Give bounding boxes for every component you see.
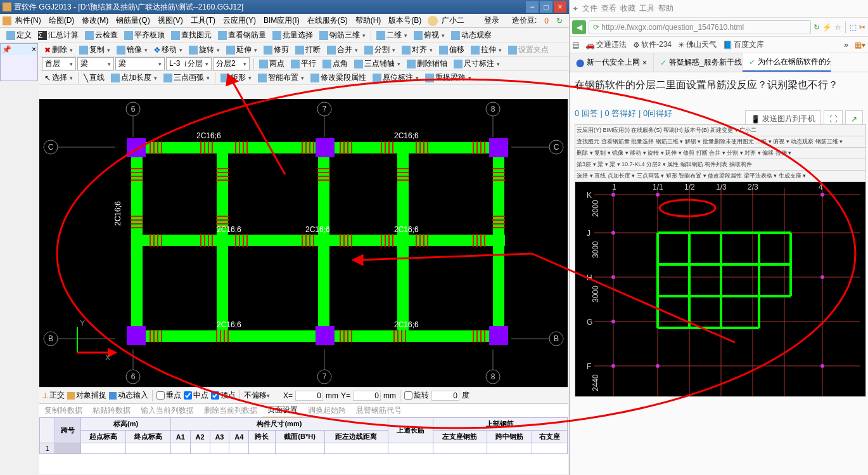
modbeam-button[interactable]: 修改梁段属性 xyxy=(308,72,369,83)
menu-online[interactable]: 在线服务(S) xyxy=(303,15,352,26)
break-button[interactable]: 打断 xyxy=(293,44,323,55)
rect-button[interactable]: 矩形 xyxy=(218,72,254,83)
orbit-button[interactable]: 动态观察 xyxy=(449,30,494,41)
tab-inputcol[interactable]: 输入当前列数据 xyxy=(136,404,199,417)
fav-menu-icon[interactable]: ▤ xyxy=(572,41,579,49)
align-button[interactable]: 对齐 xyxy=(399,44,435,55)
menu-rebar[interactable]: 钢筋量(Q) xyxy=(112,15,153,26)
fav-software[interactable]: ⚙软件-234 xyxy=(633,39,672,50)
dock-tab[interactable]: 📌× xyxy=(1,44,37,55)
y-value[interactable]: 0 xyxy=(353,391,381,401)
menu-tools[interactable]: 工具(T) xyxy=(187,15,219,26)
compat-icon[interactable]: ⚡ xyxy=(822,23,832,32)
snap-icon[interactable]: ✂ xyxy=(859,23,865,32)
back-button[interactable]: ◀ xyxy=(572,20,586,34)
menu-modify[interactable]: 修改(M) xyxy=(78,15,112,26)
osnap-toggle[interactable]: 对象捕捉 xyxy=(67,390,106,401)
tab-swapstart[interactable]: 调换起始跨 xyxy=(303,404,351,417)
menu-version[interactable]: 版本号(B) xyxy=(385,15,425,26)
sum-button[interactable]: Σ汇总计算 xyxy=(35,30,81,41)
rot-value[interactable]: 0 xyxy=(431,391,459,401)
fav-weather[interactable]: ☀佛山天气 xyxy=(678,39,717,50)
dim-button[interactable]: 尺寸标注 xyxy=(451,58,502,69)
trim-button[interactable]: 修剪 xyxy=(261,44,291,55)
ext-icon[interactable]: ⬚ xyxy=(850,23,857,32)
ptangle-button[interactable]: 点角 xyxy=(320,58,350,69)
ptlen-button[interactable]: 点加长度 xyxy=(108,72,160,83)
tab-cantilever[interactable]: 悬臂钢筋代号 xyxy=(351,404,407,417)
menu-component[interactable]: 构件(N) xyxy=(11,15,45,26)
arc3-button[interactable]: 三点画弧 xyxy=(161,72,212,83)
menu-view[interactable]: 视图(V) xyxy=(154,15,187,26)
extend-button[interactable]: 延伸 xyxy=(224,44,260,55)
minimize-button[interactable]: − xyxy=(526,1,539,13)
fav-wenku[interactable]: 📘百度文库 xyxy=(723,39,764,50)
batchsel-button[interactable]: 批量选择 xyxy=(270,30,316,41)
table-row[interactable]: 1 xyxy=(40,443,568,454)
app-menu-icon[interactable] xyxy=(3,16,11,25)
define-button[interactable]: 定义 xyxy=(4,30,34,41)
drawing-canvas[interactable]: 6 7 8 6 7 8 C B C B xyxy=(39,99,568,387)
type1-combo[interactable]: 梁 xyxy=(77,57,114,70)
tab-pastespan[interactable]: 粘贴跨数据 xyxy=(87,404,136,417)
delaux-button[interactable]: 删除辅轴 xyxy=(404,58,450,69)
menu-bim[interactable]: BIM应用(I) xyxy=(260,15,303,26)
viewrebar-button[interactable]: 查看钢筋量 xyxy=(215,30,269,41)
rebar3d-button[interactable]: 钢筋三维 xyxy=(317,30,368,41)
menu-cloud[interactable]: 云应用(Y) xyxy=(219,15,260,26)
rotate-button[interactable]: 旋转 xyxy=(186,44,222,55)
tab-delcol[interactable]: 删除当前列数据 xyxy=(199,404,262,417)
rot-toggle[interactable]: 旋转 xyxy=(404,390,429,401)
url-input[interactable]: ⟳ http://e.fwxgx.com/question_1547610.ht… xyxy=(589,20,811,34)
pin-icon[interactable]: 📌 xyxy=(2,45,11,54)
mid-toggle[interactable]: 中点 xyxy=(184,390,208,401)
cloudcheck-button[interactable]: 云检查 xyxy=(82,30,120,41)
dock-close-icon[interactable]: × xyxy=(32,45,36,54)
tab-2[interactable]: ✓为什么在钢筋软件的分层 xyxy=(743,53,831,72)
coins-refresh-icon[interactable]: ↻ xyxy=(552,16,566,25)
menu-draw[interactable]: 绘图(D) xyxy=(45,15,79,26)
stretch-button[interactable]: 拉伸 xyxy=(468,44,504,55)
fav-more-icon[interactable]: » xyxy=(844,41,848,49)
merge-button[interactable]: 合并 xyxy=(324,44,361,55)
split-button[interactable]: 分割 xyxy=(362,44,398,55)
ortho-toggle[interactable]: ⊥正交 xyxy=(42,390,65,401)
fav-traffic[interactable]: 🚗交通违法 xyxy=(585,39,627,50)
type2-combo[interactable]: 梁 xyxy=(115,57,165,70)
layer-combo[interactable]: L-3（分层 xyxy=(166,57,212,70)
parallel-button[interactable]: 平行 xyxy=(288,58,319,69)
maximize-button[interactable]: □ xyxy=(540,1,552,13)
tab-1[interactable]: ✓答疑解惑_服务新干线|广× xyxy=(654,53,743,72)
tab-0[interactable]: ⬤新一代安全上网× xyxy=(570,53,654,72)
x-value[interactable]: 0 xyxy=(295,391,323,401)
perp-toggle[interactable]: 垂点 xyxy=(156,390,181,401)
delete-button[interactable]: ✖删除 xyxy=(42,44,75,55)
select-button[interactable]: ↖选择 xyxy=(42,72,75,83)
move-button[interactable]: ✥移动 xyxy=(151,44,185,55)
flatten-button[interactable]: 平齐板顶 xyxy=(122,30,167,41)
fav-grid-icon[interactable]: ▦▾ xyxy=(855,41,865,49)
topview-button[interactable]: 俯视 xyxy=(411,30,447,41)
star-icon[interactable]: ☆ xyxy=(834,23,841,32)
offset-mode[interactable]: 不偏移 xyxy=(244,390,281,401)
offset-button[interactable]: 偏移 xyxy=(437,44,467,55)
menu-help[interactable]: 帮助(H) xyxy=(352,15,385,26)
smart-button[interactable]: 智能布置 xyxy=(255,72,307,83)
mirror-button[interactable]: 镜像 xyxy=(114,44,150,55)
aux3-button[interactable]: 三点辅轴 xyxy=(352,58,403,69)
reload-icon[interactable]: ↻ xyxy=(814,23,820,32)
dyninput-toggle[interactable]: 动态输入 xyxy=(109,390,148,401)
rehang-button[interactable]: 重提梁跨 xyxy=(423,72,474,83)
floor-combo[interactable]: 首层 xyxy=(42,57,76,70)
line-button[interactable]: ╲直线 xyxy=(81,72,107,83)
close-button[interactable]: × xyxy=(554,1,566,13)
copy-button[interactable]: 复制 xyxy=(77,44,113,55)
twopoint-button[interactable]: 两点 xyxy=(257,58,287,69)
tab-copyspan[interactable]: 复制跨数据 xyxy=(39,404,87,417)
top-toggle[interactable]: 顶点 xyxy=(211,390,236,401)
find-button[interactable]: 查找图元 xyxy=(169,30,214,41)
inplace-button[interactable]: 原位标注 xyxy=(370,72,421,83)
tab-pagesetup[interactable]: 页面设置 xyxy=(262,403,303,418)
login-link[interactable]: 登录 xyxy=(480,15,503,26)
2d-button[interactable]: 二维 xyxy=(374,30,410,41)
